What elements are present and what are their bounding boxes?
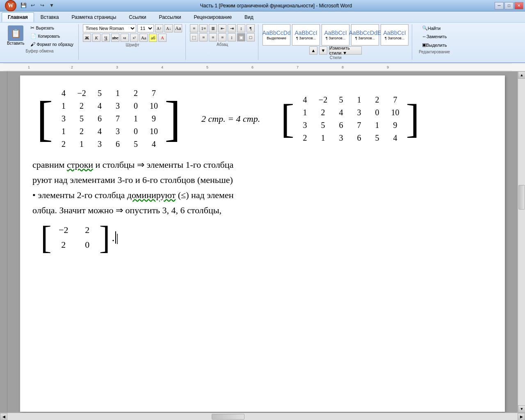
svg-text:6: 6 (251, 65, 253, 69)
m1-r0c3: 1 (110, 88, 126, 99)
tab-layout[interactable]: Разметка страницы (65, 12, 122, 22)
numbering-btn[interactable]: 1≡ (199, 24, 208, 32)
bullets-btn[interactable]: ≡ (190, 24, 198, 32)
justify-btn[interactable]: ≡ (218, 33, 226, 41)
svg-text:4: 4 (161, 65, 163, 69)
matrix-label-text: 2 стр. = 4 стр. (201, 114, 260, 124)
dropdown-quick-btn[interactable]: ▼ (48, 2, 56, 10)
style-heading1[interactable]: AaBbCcI ¶ Заголов... (292, 24, 320, 46)
svg-rect-0 (3, 64, 512, 71)
close-button[interactable]: ✕ (514, 2, 523, 9)
m1-r1c0: 1 (55, 100, 72, 112)
redo-quick-btn[interactable]: ↪ (38, 2, 46, 10)
underline-btn[interactable]: Ч (102, 34, 110, 42)
style-heading4[interactable]: AaBbCcI ¶ Заголов... (381, 24, 409, 46)
m2-r0c2: 5 (333, 94, 349, 105)
cut-button[interactable]: ✂ Вырезать (29, 24, 75, 32)
m1-r3c3: 3 (110, 126, 126, 137)
paste-button[interactable]: 📋 Вставить (4, 24, 27, 47)
matrix2-bracket-right: ] (406, 98, 420, 139)
ribbon-content: 📋 Вставить ✂ Вырезать 📄 Копировать 🖌 Фор… (0, 22, 525, 62)
text-line-0-text: сравним строки и столбцы ⇒ элементы 1-го… (32, 160, 233, 170)
save-quick-btn[interactable]: 💾 (19, 2, 27, 10)
svg-text:3: 3 (116, 65, 118, 69)
styles-down-btn[interactable]: ▼ (319, 46, 327, 55)
m1-r1c3: 3 (110, 100, 126, 112)
scroll-left-btn[interactable]: ◀ (0, 413, 7, 420)
tab-references[interactable]: Ссылки (123, 12, 152, 22)
window-title: Часть 1 [Режим ограниченной функциональн… (57, 3, 495, 9)
sm-r1c1: 0 (77, 239, 98, 251)
font-name-select[interactable]: Times New Roman (83, 24, 136, 32)
m2-r3c4: 5 (369, 132, 386, 144)
format-painter-button[interactable]: 🖌 Формат по образцу (29, 41, 75, 48)
replace-button[interactable]: ↔Заменить (420, 33, 449, 40)
m1-r2c2: 6 (91, 113, 108, 124)
m2-r1c2: 4 (333, 107, 349, 118)
highlight-btn[interactable]: аб (149, 34, 157, 42)
m2-r3c2: 3 (333, 132, 349, 144)
increase-indent-btn[interactable]: ⇥ (228, 24, 236, 32)
m2-r2c3: 7 (351, 120, 368, 131)
window-controls: ─ □ ✕ (495, 2, 523, 9)
line-spacing-btn[interactable]: ↕ (228, 33, 236, 41)
m1-r2c5: 9 (146, 113, 162, 124)
text-line-2-text: • элементы 2-го столбца доминируют (≤) н… (32, 190, 233, 200)
font-size-select[interactable]: 11 (137, 24, 154, 32)
clear-format-btn[interactable]: Aa (174, 24, 182, 32)
clipboard-group: 📋 Вставить ✂ Вырезать 📄 Копировать 🖌 Фор… (2, 24, 79, 60)
superscript-btn[interactable]: x² (130, 34, 138, 42)
style-heading3[interactable]: AaBbCcDdE ¶ Заголов... (351, 24, 379, 46)
undo-quick-btn[interactable]: ↩ (29, 2, 37, 10)
border-btn[interactable]: □ (247, 33, 255, 41)
style-heading2[interactable]: AaBbCcI ¶ Заголов... (322, 24, 349, 46)
italic-btn[interactable]: К (92, 34, 100, 42)
font-grow-btn[interactable]: A↑ (155, 24, 163, 32)
hscroll-thumb[interactable] (212, 414, 244, 420)
font-case-btn[interactable]: Aa (139, 34, 148, 42)
m1-r0c1: −2 (73, 88, 90, 99)
editing-group: 🔍Найти ↔Заменить ▣Выделить Редактировани… (415, 24, 456, 60)
align-left-btn[interactable]: ⬚ (190, 33, 198, 41)
restore-button[interactable]: □ (504, 2, 514, 9)
strikethrough-btn[interactable]: аbc (111, 34, 119, 42)
scroll-thumb[interactable] (518, 185, 525, 210)
align-center-btn[interactable]: ≡ (199, 33, 208, 41)
m1-r1c4: 0 (128, 100, 144, 112)
shading-btn[interactable]: ▣ (237, 33, 245, 41)
change-styles-btn[interactable]: Изменить стили ▼ (329, 46, 362, 55)
copy-button[interactable]: 📄 Копировать (29, 32, 75, 40)
sm-r0c0: −2 (53, 224, 74, 236)
subscript-btn[interactable]: x₂ (121, 34, 129, 42)
minimize-button[interactable]: ─ (495, 2, 504, 9)
tab-insert[interactable]: Вставка (34, 12, 65, 22)
text-line-0: сравним строки и столбцы ⇒ элементы 1-го… (32, 158, 493, 171)
office-button[interactable]: W (5, 0, 16, 11)
decrease-indent-btn[interactable]: ⇤ (218, 24, 226, 32)
scroll-right-btn[interactable]: ▶ (518, 413, 525, 420)
font-shrink-btn[interactable]: A↓ (164, 24, 173, 32)
styles-up-btn[interactable]: ▲ (309, 46, 317, 55)
select-button[interactable]: ▣Выделить (420, 41, 449, 49)
scrollbar-right[interactable]: ▲ ▼ (518, 71, 525, 413)
tab-review[interactable]: Рецензирование (187, 12, 238, 22)
scroll-up-btn[interactable]: ▲ (518, 71, 525, 79)
find-button[interactable]: 🔍Найти (420, 24, 449, 32)
tab-home[interactable]: Главная (2, 12, 34, 22)
m2-r2c4: 1 (369, 120, 386, 131)
show-marks-btn[interactable]: ¶ (247, 24, 255, 32)
font-color-btn[interactable]: А (158, 34, 167, 42)
tab-mailings[interactable]: Рассылки (153, 12, 187, 22)
sort-btn[interactable]: ↕ (237, 24, 245, 32)
document-page[interactable]: [ 4 −2 5 1 2 7 1 2 4 3 0 10 3 (20, 75, 505, 412)
multilevel-btn[interactable]: ≣ (209, 24, 217, 32)
scroll-down-btn[interactable]: ▼ (518, 405, 525, 413)
font-style-row: Ж К Ч аbc x₂ x² Aa аб А (83, 34, 182, 42)
tab-view[interactable]: Вид (238, 12, 260, 22)
m1-r0c4: 2 (128, 88, 144, 99)
bold-btn[interactable]: Ж (83, 34, 91, 42)
m1-r1c2: 4 (91, 100, 108, 112)
m1-r2c0: 3 (55, 113, 72, 124)
style-default[interactable]: AaBbCcDd Выделение (262, 24, 290, 46)
align-right-btn[interactable]: ≡ (209, 33, 217, 41)
